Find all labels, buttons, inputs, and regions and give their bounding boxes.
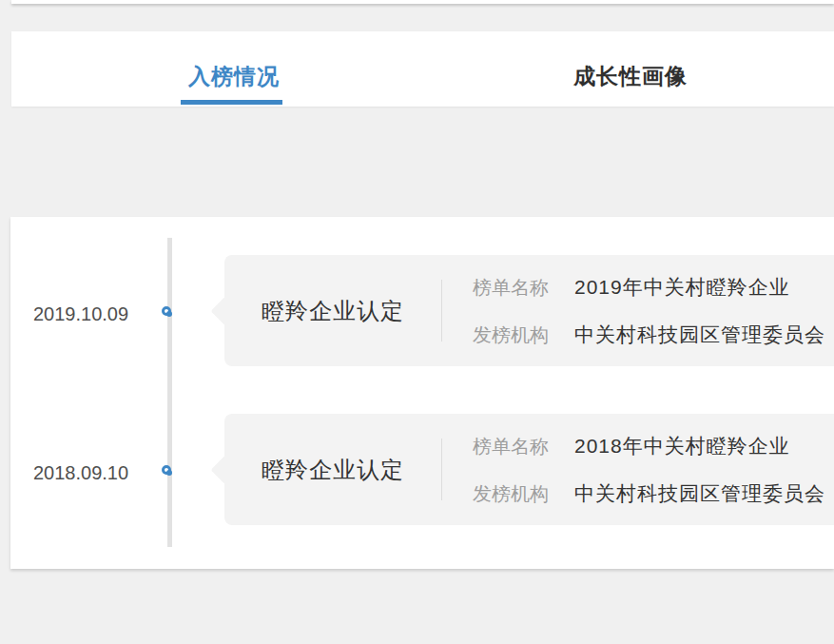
field-label: 发榜机构 bbox=[473, 481, 550, 507]
tab-bar: 入榜情况 成长性画像 bbox=[11, 31, 834, 107]
entry-divider bbox=[441, 280, 442, 342]
field-row: 榜单名称 2018年中关村瞪羚企业 bbox=[473, 433, 825, 459]
field-value: 中关村科技园区管理委员会 bbox=[574, 322, 825, 348]
entry-bubble: 瞪羚企业认定 榜单名称 2018年中关村瞪羚企业 发榜机构 中关村科技园区管理委… bbox=[224, 414, 834, 525]
field-row: 发榜机构 中关村科技园区管理委员会 bbox=[473, 480, 825, 507]
timeline-entry: 2018.09.10 瞪羚企业认定 榜单名称 2018年中关村瞪羚企业 发榜机构… bbox=[10, 414, 834, 525]
field-value: 2019年中关村瞪羚企业 bbox=[574, 274, 790, 301]
timeline-panel: 2019.10.09 瞪羚企业认定 榜单名称 2019年中关村瞪羚企业 发榜机构… bbox=[10, 217, 834, 569]
section-header: E 入榜情况 NTRY TO THE LIST bbox=[0, 107, 834, 217]
entry-date: 2018.09.10 bbox=[33, 461, 140, 484]
timeline-entry: 2019.10.09 瞪羚企业认定 榜单名称 2019年中关村瞪羚企业 发榜机构… bbox=[10, 255, 834, 366]
field-label: 榜单名称 bbox=[473, 434, 550, 459]
field-label: 榜单名称 bbox=[473, 275, 550, 301]
field-row: 榜单名称 2019年中关村瞪羚企业 bbox=[473, 274, 825, 301]
field-row: 发榜机构 中关村科技园区管理委员会 bbox=[473, 322, 825, 348]
tab-entry-to-list[interactable]: 入榜情况 bbox=[188, 62, 280, 91]
timeline-marker-icon bbox=[162, 306, 171, 316]
entry-title: 瞪羚企业认定 bbox=[224, 255, 441, 366]
entry-title: 瞪羚企业认定 bbox=[224, 414, 441, 525]
entry-bubble: 瞪羚企业认定 榜单名称 2019年中关村瞪羚企业 发榜机构 中关村科技园区管理委… bbox=[224, 255, 834, 366]
tab-growth-profile[interactable]: 成长性画像 bbox=[573, 62, 688, 91]
top-card-sliver bbox=[11, 0, 834, 4]
active-tab-underline bbox=[181, 100, 282, 105]
field-value: 2018年中关村瞪羚企业 bbox=[574, 433, 790, 459]
field-value: 中关村科技园区管理委员会 bbox=[574, 480, 825, 507]
timeline-marker-icon bbox=[162, 465, 171, 475]
entry-divider bbox=[441, 439, 442, 500]
field-label: 发榜机构 bbox=[473, 322, 550, 348]
page: 入榜情况 成长性画像 E 入榜情况 NTRY TO THE LIST 2019.… bbox=[0, 0, 834, 644]
entry-fields: 榜单名称 2019年中关村瞪羚企业 发榜机构 中关村科技园区管理委员会 bbox=[473, 255, 825, 366]
entry-fields: 榜单名称 2018年中关村瞪羚企业 发榜机构 中关村科技园区管理委员会 bbox=[473, 414, 825, 525]
entry-date: 2019.10.09 bbox=[33, 302, 140, 325]
